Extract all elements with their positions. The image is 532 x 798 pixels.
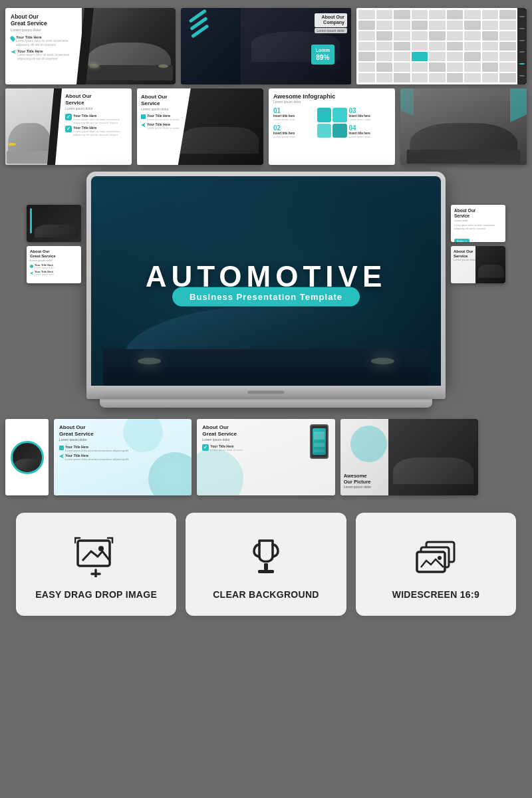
- laptop-section: About Our Great Service Lorem ipsum dolo…: [0, 169, 532, 435]
- feature-card-widescreen[interactable]: WIDESCREEN 16:9: [356, 513, 516, 616]
- slide-thumb-1[interactable]: About Our Great Service Lorem ipsum dolo…: [5, 8, 176, 84]
- slide-1-title2: Great Service: [11, 20, 82, 27]
- side-thumb-left-1[interactable]: [27, 205, 81, 242]
- slide-4-content: About Our Service Lorem ipsum dolor ✓ Yo…: [53, 88, 132, 165]
- feature-card-easy-drag[interactable]: EASY DRAG DROP IMAGE: [16, 513, 176, 616]
- slide-7-teal-accent2: [400, 88, 414, 116]
- slide-2-company: About Our Company Lorem ipsum dolor: [315, 13, 347, 33]
- slide-thumb-small-left[interactable]: [5, 419, 49, 495]
- slide-5-content: About Our Service Lorem ipsum dolor Your…: [141, 94, 201, 131]
- slide-thumb-5[interactable]: About Our Service Lorem ipsum dolor Your…: [137, 88, 263, 165]
- slide-11-teal-blob: [350, 426, 387, 462]
- laptop-base: [86, 386, 446, 399]
- laptop-sub-badge: Business Presentation Template: [172, 287, 360, 306]
- slide-thumb-11[interactable]: Awesome Our Picture Lorem ipsum dolor: [340, 419, 478, 495]
- slide-grid-top: About Our Great Service Lorem ipsum dolo…: [0, 0, 532, 88]
- svg-rect-13: [417, 552, 445, 572]
- slide-grid-row3: About Our Great Service Lorem ipsum dolo…: [0, 415, 532, 501]
- svg-point-14: [438, 556, 442, 560]
- side-thumb-right-1[interactable]: About Our Service Lorem dolo Lorem ipsum…: [451, 205, 505, 242]
- easy-drag-label: EASY DRAG DROP IMAGE: [35, 589, 157, 601]
- plane-icon: [11, 50, 16, 54]
- slide-1-content: About Our Great Service Lorem ipsum dolo…: [5, 8, 87, 84]
- slide-thumb-10[interactable]: About Our Great Service Lorem ipsum dolo…: [197, 419, 334, 495]
- slide-2-badge: Lorem 89%: [311, 45, 334, 65]
- slide-grid-row2: About Our Service Lorem ipsum dolor ✓ Yo…: [0, 88, 532, 169]
- slide-4-car: [5, 88, 53, 165]
- slide-1-desc2: Lorem ipsum dolor sit amet consectetur a…: [17, 53, 82, 61]
- svg-rect-9: [264, 563, 268, 570]
- easy-drag-icon: [72, 531, 120, 579]
- feature-card-clear-bg[interactable]: CLEAR BACKGROUND: [186, 513, 346, 616]
- svg-point-2: [98, 546, 104, 551]
- side-thumbs-right: About Our Service Lorem dolo Lorem ipsum…: [451, 205, 505, 283]
- slide-1-car-img: [82, 8, 176, 84]
- slide-1-title: About Our: [11, 13, 82, 20]
- slide-11-dark-overlay: [388, 419, 478, 495]
- svg-rect-10: [258, 570, 274, 573]
- slide-thumb-6[interactable]: Awesome Infographic Lorem ipsum dolor 01…: [269, 88, 395, 165]
- clear-bg-icon: [242, 531, 290, 579]
- slide-thumb-3[interactable]: [356, 8, 527, 84]
- side-thumb-left-2[interactable]: About Our Great Service Lorem ipsum dolo…: [27, 246, 81, 283]
- slide-thumb-9[interactable]: About Our Great Service Lorem ipsum dolo…: [54, 419, 192, 495]
- slide-thumb-7[interactable]: [400, 88, 527, 165]
- location-icon: [9, 35, 16, 42]
- slide-3-right-bar: [517, 8, 527, 84]
- teal-bars: [189, 16, 209, 31]
- widescreen-label: WIDESCREEN 16:9: [392, 589, 479, 601]
- slide-11-text: Awesome Our Picture Lorem ipsum dolor: [344, 473, 371, 489]
- laptop-wrapper: AUTOMOTIVE Business Presentation Templat…: [86, 172, 446, 408]
- laptop-screen-outer: AUTOMOTIVE Business Presentation Templat…: [86, 172, 446, 386]
- suv-bg: [400, 88, 527, 165]
- side-thumbs-left: About Our Great Service Lorem ipsum dolo…: [27, 205, 81, 283]
- slide-thumb-4[interactable]: About Our Service Lorem ipsum dolor ✓ Yo…: [5, 88, 132, 165]
- slide-thumb-2[interactable]: Lorem 89% About Our Company Lorem ipsum …: [181, 8, 351, 84]
- widescreen-icon: [412, 531, 460, 579]
- puzzle-graphic: [317, 108, 347, 138]
- feature-section: EASY DRAG DROP IMAGE CLEAR BACKGROUND: [0, 501, 532, 634]
- slide-6-title: Awesome Infographic: [273, 93, 390, 100]
- clear-bg-label: CLEAR BACKGROUND: [213, 589, 319, 601]
- side-thumb-right-2[interactable]: About Our Service Lorem ipsum dolor: [451, 246, 505, 283]
- slide-1-subtitle: Lorem ipsum dolor: [11, 28, 82, 32]
- slide-6-sub: Lorem ipsum dolor: [273, 100, 390, 104]
- laptop-screen: AUTOMOTIVE Business Presentation Templat…: [91, 176, 441, 386]
- phone-graphic: [310, 424, 329, 459]
- slide-10-teal-blob: [197, 449, 243, 495]
- laptop-bottom-stand: [100, 399, 432, 408]
- slide-1-desc1: Lorem ipsum dolor sit amet consectetur a…: [16, 39, 82, 47]
